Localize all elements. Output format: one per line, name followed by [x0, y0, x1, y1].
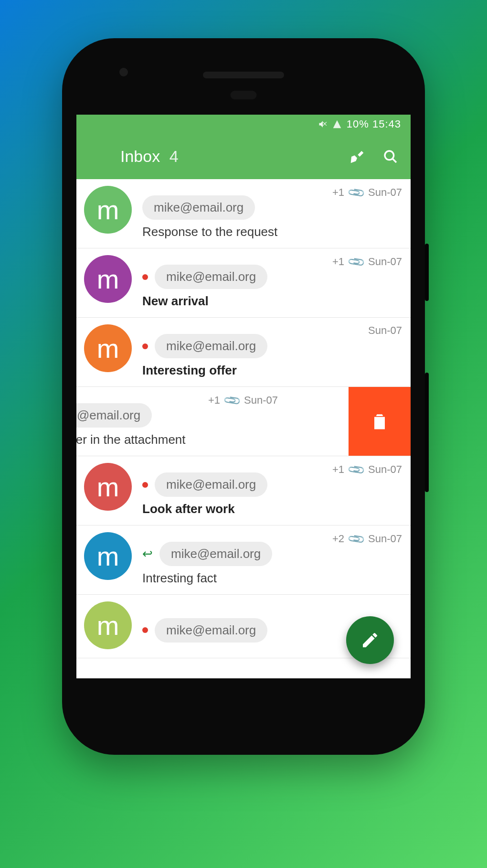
sender-chip[interactable]: mike@email.org [142, 195, 255, 220]
inbox-count: 4 [169, 147, 179, 165]
email-row[interactable]: mSun-07mike@email.orgInteresting offer [76, 318, 411, 387]
email-date: Sun-07 [368, 324, 402, 337]
email-cell[interactable]: m+1📎Sun-07mike@email.orgLook after work [76, 456, 411, 525]
inbox-label: Inbox [120, 147, 160, 165]
email-meta: +1📎Sun-07 [208, 394, 278, 407]
email-meta: +1📎Sun-07 [332, 463, 402, 476]
thread-count: +1 [332, 463, 344, 476]
mute-icon [318, 119, 328, 129]
avatar[interactable]: m [84, 463, 132, 511]
email-meta: +1📎Sun-07 [332, 255, 402, 268]
volume-button [425, 373, 429, 492]
delete-action[interactable] [349, 387, 411, 456]
email-row[interactable]: m+1📎Sun-07mike@email.orgResponse to the … [76, 179, 411, 248]
email-list: m+1📎Sun-07mike@email.orgResponse to the … [76, 179, 411, 658]
email-cell[interactable]: m+2📎Sun-07↩mike@email.orgIntresting fact [76, 525, 411, 594]
sender-chip[interactable]: mike@email.org [76, 403, 152, 428]
email-row[interactable]: +1📎Sun-07↩mike@email.orgThe answer in th… [76, 387, 411, 456]
thread-count: +1 [332, 186, 344, 199]
email-cell[interactable]: mSun-07mike@email.orgInteresting offer [76, 318, 411, 386]
screen: 10% 15:43 Inbox 4 m+1📎Sun-07mike@email.o… [76, 115, 411, 678]
sender-chip[interactable]: mike@email.org [155, 334, 267, 358]
sender-line: mike@email.org [142, 334, 403, 358]
email-cell[interactable]: m+1📎Sun-07mike@email.orgResponse to the … [76, 179, 411, 248]
unread-dot [142, 627, 148, 633]
avatar[interactable]: m [84, 532, 132, 580]
unread-dot [142, 343, 148, 349]
email-date: Sun-07 [368, 463, 402, 476]
sensor-slot [231, 91, 257, 99]
status-bar: 10% 15:43 [76, 115, 411, 134]
email-row[interactable]: m+1📎Sun-07mike@email.orgNew arrival [76, 248, 411, 318]
email-body: mike@email.orgInteresting offer [132, 324, 403, 378]
reply-icon: ↩ [142, 547, 153, 561]
search-icon[interactable] [381, 147, 400, 166]
sender-chip[interactable]: mike@email.org [159, 542, 272, 566]
sender-chip[interactable]: mike@email.org [155, 472, 267, 497]
email-cell[interactable]: m+1📎Sun-07mike@email.orgNew arrival [76, 248, 411, 317]
email-row[interactable]: m+2📎Sun-07↩mike@email.orgIntresting fact [76, 525, 411, 595]
email-meta: +2📎Sun-07 [332, 532, 402, 546]
email-subject: The answer in the attachment [76, 432, 279, 447]
unread-dot [142, 274, 148, 280]
avatar[interactable]: m [84, 186, 132, 234]
camera-dot [119, 68, 128, 76]
menu-icon[interactable] [87, 147, 106, 166]
email-subject: Intresting fact [142, 571, 403, 586]
svg-point-0 [385, 151, 394, 160]
thread-count: +1 [332, 256, 344, 268]
email-meta: Sun-07 [368, 324, 402, 337]
email-subject: Response to the request [142, 225, 403, 239]
svg-line-1 [392, 159, 396, 162]
email-meta: +1📎Sun-07 [332, 186, 402, 199]
email-row[interactable]: m+1📎Sun-07mike@email.orgLook after work [76, 456, 411, 525]
avatar[interactable]: m [84, 324, 132, 372]
email-subject: Look after work [142, 502, 403, 516]
sender-chip[interactable]: mike@email.org [155, 618, 267, 643]
phone-frame: 10% 15:43 Inbox 4 m+1📎Sun-07mike@email.o… [62, 38, 425, 755]
sweep-icon[interactable] [348, 147, 367, 166]
unread-dot [142, 482, 148, 488]
email-subject: Interesting offer [142, 363, 403, 378]
power-button [425, 244, 429, 301]
avatar[interactable]: m [84, 255, 132, 303]
status-text: 10% 15:43 [347, 118, 401, 130]
page-title: Inbox 4 [120, 147, 333, 166]
email-date: Sun-07 [368, 533, 402, 545]
email-date: Sun-07 [368, 186, 402, 199]
wallpaper: 10% 15:43 Inbox 4 m+1📎Sun-07mike@email.o… [0, 0, 487, 868]
email-date: Sun-07 [368, 256, 402, 268]
compose-fab[interactable] [346, 616, 394, 664]
app-bar: Inbox 4 [76, 134, 411, 179]
speaker-slot [203, 72, 284, 78]
sender-chip[interactable]: mike@email.org [155, 265, 267, 289]
signal-icon [332, 119, 342, 129]
email-subject: New arrival [142, 294, 403, 309]
email-cell[interactable]: +1📎Sun-07↩mike@email.orgThe answer in th… [76, 387, 286, 456]
email-date: Sun-07 [244, 394, 278, 407]
avatar[interactable]: m [84, 601, 132, 649]
thread-count: +2 [332, 533, 344, 545]
thread-count: +1 [208, 394, 220, 407]
